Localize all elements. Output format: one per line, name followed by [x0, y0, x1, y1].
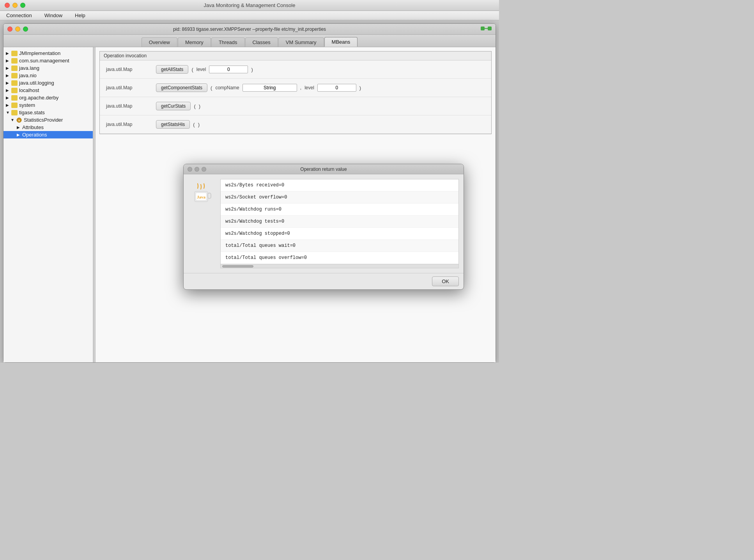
dialog-content: Java ws2s/Bytes received=0 ws2s/Socket o…: [184, 174, 464, 273]
result-list: ws2s/Bytes received=0 ws2s/Socket overfl…: [220, 179, 459, 268]
result-row: ws2s/Watchdog runs=0: [221, 204, 458, 216]
result-row: ws2s/Watchdog stopped=0: [221, 228, 458, 240]
result-row: ws2s/Bytes received=0: [221, 179, 458, 191]
result-row: ws2s/Socket overflow=0: [221, 191, 458, 204]
operation-return-dialog: Operation return value Java: [183, 164, 464, 290]
result-row: total/Total queues overflow=0: [221, 252, 458, 264]
dialog-close-button[interactable]: [188, 167, 192, 172]
scrollbar-thumb[interactable]: [222, 265, 253, 268]
result-row: total/Total queues wait=0: [221, 240, 458, 252]
ok-button[interactable]: OK: [432, 276, 459, 286]
svg-text:Java: Java: [197, 195, 206, 199]
dialog-title-bar: Operation return value: [184, 164, 464, 174]
dialog-title: Operation return value: [300, 167, 347, 172]
svg-rect-6: [208, 193, 211, 198]
dialog-overlay: Operation return value Java: [0, 0, 499, 363]
dialog-minimize-button[interactable]: [195, 167, 199, 172]
dialog-traffic-lights[interactable]: [188, 167, 206, 172]
dialog-zoom-button[interactable]: [202, 167, 206, 172]
java-icon: Java: [188, 179, 216, 207]
result-row: ws2s/Watchdog tests=0: [221, 216, 458, 228]
result-scrollbar-h[interactable]: [221, 264, 458, 268]
dialog-footer: OK: [184, 273, 464, 289]
